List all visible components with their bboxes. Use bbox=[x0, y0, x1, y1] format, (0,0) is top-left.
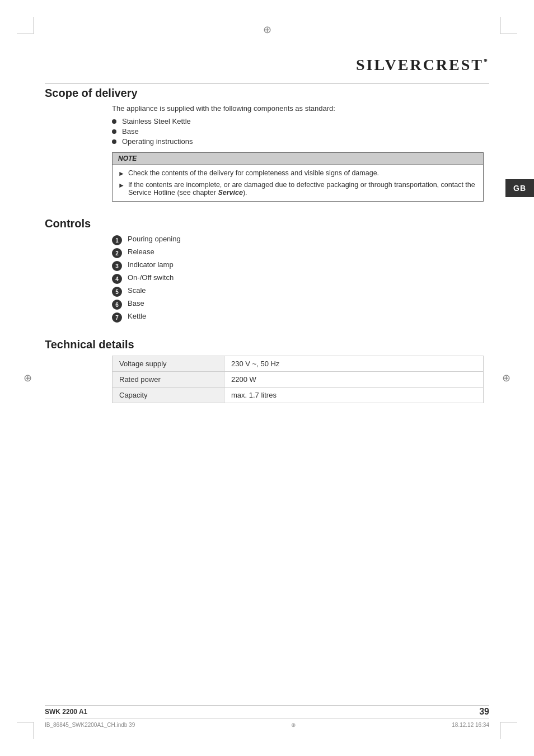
list-item: Stainless Steel Kettle bbox=[112, 117, 484, 125]
registration-mark-right: ⊕ bbox=[502, 372, 510, 384]
note-item-1: ► Check the contents of the delivery for… bbox=[118, 169, 477, 178]
bottom-info-left: IB_86845_SWK2200A1_CH.indb 39 bbox=[45, 722, 135, 728]
list-item: 1 Pouring opening bbox=[112, 235, 484, 245]
list-item: 2 Release bbox=[112, 248, 484, 258]
scope-of-delivery-title: Scope of delivery bbox=[45, 87, 484, 100]
table-cell-label: Voltage supply bbox=[113, 356, 224, 372]
footer: SWK 2200 A1 39 bbox=[45, 707, 489, 717]
note-body: ► Check the contents of the delivery for… bbox=[113, 165, 483, 201]
arrow-icon: ► bbox=[118, 181, 125, 189]
crop-mark bbox=[500, 722, 517, 722]
gb-badge: GB bbox=[505, 179, 534, 197]
table-row: Capacity max. 1.7 litres bbox=[113, 388, 484, 403]
footer-model: SWK 2200 A1 bbox=[45, 708, 87, 716]
control-label-4: On-/Off switch bbox=[128, 273, 174, 282]
list-item: 7 Kettle bbox=[112, 312, 484, 323]
control-label-3: Indicator lamp bbox=[128, 260, 174, 269]
registration-mark-bottom: ⊕ bbox=[291, 722, 296, 728]
control-number-5: 5 bbox=[112, 287, 122, 297]
list-item-text: Stainless Steel Kettle bbox=[122, 117, 191, 125]
table-cell-value: 230 V ~, 50 Hz bbox=[224, 356, 484, 372]
brand-star: * bbox=[484, 58, 489, 66]
bottom-info-bar: IB_86845_SWK2200A1_CH.indb 39 ⊕ 18.12.12… bbox=[45, 718, 489, 728]
main-content: Scope of delivery The appliance is suppl… bbox=[45, 87, 484, 403]
crop-mark bbox=[34, 17, 34, 34]
brand-name: SILVERCREST* bbox=[356, 56, 489, 73]
crop-mark bbox=[500, 722, 500, 739]
list-item: 3 Indicator lamp bbox=[112, 260, 484, 271]
crop-mark bbox=[17, 34, 34, 34]
control-number-6: 6 bbox=[112, 300, 122, 310]
control-number-7: 7 bbox=[112, 312, 122, 323]
bullet-icon bbox=[112, 129, 116, 134]
list-item-text: Base bbox=[122, 127, 139, 136]
note-item-2: ► If the contents are incomplete, or are… bbox=[118, 181, 477, 197]
bottom-info-right: 18.12.12 16:34 bbox=[452, 722, 489, 728]
table-cell-label: Capacity bbox=[113, 388, 224, 403]
list-item: Base bbox=[112, 127, 484, 136]
page: ⊕ ⊕ ⊕ SILVERCREST* GB Scope of delivery … bbox=[0, 0, 534, 756]
list-item-text: Operating instructions bbox=[122, 137, 193, 146]
table-row: Voltage supply 230 V ~, 50 Hz bbox=[113, 356, 484, 372]
table-cell-label: Rated power bbox=[113, 372, 224, 388]
footer-divider bbox=[45, 705, 489, 706]
controls-list: 1 Pouring opening 2 Release 3 Indicator … bbox=[112, 235, 484, 323]
list-item: 6 Base bbox=[112, 299, 484, 310]
crop-mark bbox=[17, 722, 34, 722]
brand-display-text: SILVERCREST bbox=[356, 56, 484, 73]
note-box: NOTE ► Check the contents of the deliver… bbox=[112, 152, 484, 202]
logo-divider bbox=[45, 83, 489, 83]
list-item: 5 Scale bbox=[112, 286, 484, 297]
table-cell-value: 2200 W bbox=[224, 372, 484, 388]
list-item: 4 On-/Off switch bbox=[112, 273, 484, 284]
note-item-text: If the contents are incomplete, or are d… bbox=[128, 181, 477, 197]
list-item: Operating instructions bbox=[112, 137, 484, 146]
control-label-1: Pouring opening bbox=[128, 235, 181, 243]
crop-mark bbox=[500, 17, 500, 34]
crop-mark bbox=[34, 722, 34, 739]
control-number-4: 4 bbox=[112, 274, 122, 284]
control-number-3: 3 bbox=[112, 261, 122, 271]
scope-items-list: Stainless Steel Kettle Base Operating in… bbox=[112, 117, 484, 146]
note-header: NOTE bbox=[113, 153, 483, 165]
controls-title: Controls bbox=[45, 217, 484, 230]
technical-details-table: Voltage supply 230 V ~, 50 Hz Rated powe… bbox=[112, 356, 484, 403]
footer-page-number: 39 bbox=[479, 707, 489, 717]
table-cell-value: max. 1.7 litres bbox=[224, 388, 484, 403]
control-label-5: Scale bbox=[128, 286, 146, 295]
control-label-2: Release bbox=[128, 248, 154, 256]
brand-logo-area: SILVERCREST* bbox=[356, 56, 489, 74]
crop-mark bbox=[500, 34, 517, 34]
control-number-1: 1 bbox=[112, 235, 122, 245]
arrow-icon: ► bbox=[118, 170, 125, 178]
service-link-text: Service bbox=[218, 189, 242, 197]
control-label-7: Kettle bbox=[128, 312, 146, 320]
registration-mark-left: ⊕ bbox=[24, 372, 32, 384]
table-row: Rated power 2200 W bbox=[113, 372, 484, 388]
control-number-2: 2 bbox=[112, 248, 122, 258]
bullet-icon bbox=[112, 139, 116, 144]
technical-details-title: Technical details bbox=[45, 338, 484, 351]
scope-intro-text: The appliance is supplied with the follo… bbox=[112, 104, 484, 113]
note-item-text: Check the contents of the delivery for c… bbox=[128, 169, 379, 177]
registration-mark-top: ⊕ bbox=[263, 24, 271, 36]
bullet-icon bbox=[112, 119, 116, 124]
control-label-6: Base bbox=[128, 299, 144, 307]
